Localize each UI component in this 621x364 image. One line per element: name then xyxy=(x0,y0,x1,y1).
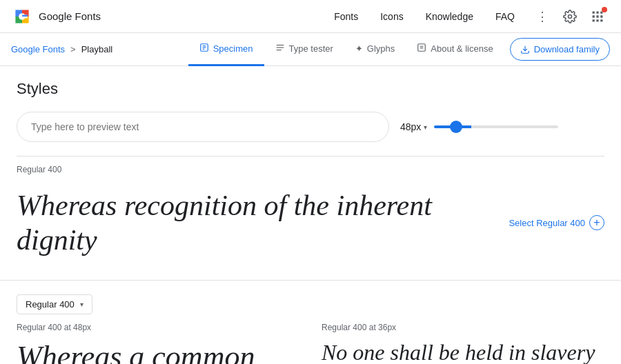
tab-glyphs-label: Glyphs xyxy=(367,43,395,54)
breadcrumb-separator: > xyxy=(70,44,76,54)
notification-dot xyxy=(602,7,607,12)
style-variant-section: Regular 400 Whereas recognition of the i… xyxy=(17,165,604,266)
font-size-slider[interactable] xyxy=(434,125,558,128)
tab-specimen-label: Specimen xyxy=(213,43,253,54)
preview-controls: 48px ▾ xyxy=(17,112,604,142)
styles-content: Styles 48px ▾ Regular 400 Whereas recogn… xyxy=(0,66,621,280)
tab-about-label: About & license xyxy=(431,43,493,54)
logo-area: Google Fonts xyxy=(11,6,101,28)
select-style-button[interactable]: Select Regular 400 + xyxy=(509,215,604,230)
breadcrumb-parent[interactable]: Google Fonts xyxy=(11,44,65,54)
type-tester-icon xyxy=(275,43,285,54)
tabs: Specimen Type tester ✦ Glyphs About & li… xyxy=(188,33,610,66)
about-icon xyxy=(417,43,426,54)
tab-about[interactable]: About & license xyxy=(406,33,504,66)
download-family-button[interactable]: Download family xyxy=(510,38,610,61)
divider-1 xyxy=(17,156,604,156)
col1-sample-text: Whereas a common understanding of these … xyxy=(17,338,283,364)
size-control: 48px ▾ xyxy=(400,121,558,132)
nav-links: Fonts Icons Knowledge FAQ xyxy=(324,7,524,26)
svg-rect-10 xyxy=(593,19,595,21)
slider-container xyxy=(434,125,558,128)
svg-rect-7 xyxy=(593,15,595,17)
col1-label: Regular 400 at 48px xyxy=(17,323,283,332)
logo-text: Google Fonts xyxy=(39,10,101,22)
settings-button[interactable] xyxy=(558,4,582,29)
col2-preview: Regular 400 at 36px No one shall be held… xyxy=(310,323,604,364)
glyphs-icon: ✦ xyxy=(355,43,363,54)
col1-preview: Regular 400 at 48px Whereas a common und… xyxy=(17,323,310,364)
svg-rect-12 xyxy=(600,19,602,21)
style-dropdown-button[interactable]: Regular 400 ▾ xyxy=(17,294,92,314)
dropdown-label: Regular 400 xyxy=(26,299,75,310)
tab-specimen[interactable]: Specimen xyxy=(188,33,264,66)
tab-type-tester[interactable]: Type tester xyxy=(264,33,344,66)
size-display[interactable]: 48px ▾ xyxy=(400,121,427,132)
nav-link-fonts[interactable]: Fonts xyxy=(324,7,368,26)
svg-rect-5 xyxy=(596,11,598,13)
apps-button[interactable] xyxy=(585,4,610,29)
svg-rect-8 xyxy=(596,15,598,17)
select-style-label: Select Regular 400 xyxy=(509,218,585,228)
specimen-icon xyxy=(199,43,209,54)
add-style-icon: + xyxy=(589,215,604,230)
col2-sample-text: No one shall be held in slavery or servi… xyxy=(322,338,604,364)
more-options-button[interactable]: ⋮ xyxy=(530,4,555,29)
top-nav: Google Fonts Fonts Icons Knowledge FAQ ⋮ xyxy=(0,0,621,33)
style-preview-row: Whereas recognition of the inherent dign… xyxy=(17,180,604,266)
nav-link-faq[interactable]: FAQ xyxy=(486,7,524,26)
svg-point-3 xyxy=(569,14,572,18)
svg-rect-4 xyxy=(593,11,595,13)
breadcrumb-current: Playball xyxy=(81,44,113,54)
style-preview-text: Whereas recognition of the inherent dign… xyxy=(17,188,509,258)
sub-nav: Google Fonts > Playball Specimen Type te… xyxy=(0,33,621,66)
bottom-section: Regular 400 ▾ Regular 400 at 48px Wherea… xyxy=(0,281,621,364)
two-column-preview: Regular 400 at 48px Whereas a common und… xyxy=(17,323,604,364)
nav-link-icons[interactable]: Icons xyxy=(371,7,413,26)
nav-link-knowledge[interactable]: Knowledge xyxy=(416,7,483,26)
dropdown-arrow-icon: ▾ xyxy=(80,301,83,308)
nav-icons: ⋮ xyxy=(530,4,610,29)
breadcrumb: Google Fonts > Playball xyxy=(11,44,188,54)
styles-title: Styles xyxy=(17,80,604,98)
style-label: Regular 400 xyxy=(17,165,604,174)
tab-type-tester-label: Type tester xyxy=(289,43,333,54)
svg-rect-9 xyxy=(600,15,602,17)
preview-text-input[interactable] xyxy=(17,112,389,142)
col2-label: Regular 400 at 36px xyxy=(322,323,604,332)
tab-glyphs[interactable]: ✦ Glyphs xyxy=(344,33,406,66)
svg-rect-11 xyxy=(596,19,598,21)
svg-rect-2 xyxy=(22,14,28,16)
download-btn-label: Download family xyxy=(534,44,600,54)
google-logo-icon xyxy=(11,6,33,28)
size-value: 48px xyxy=(400,121,421,132)
size-caret-icon: ▾ xyxy=(424,123,427,131)
